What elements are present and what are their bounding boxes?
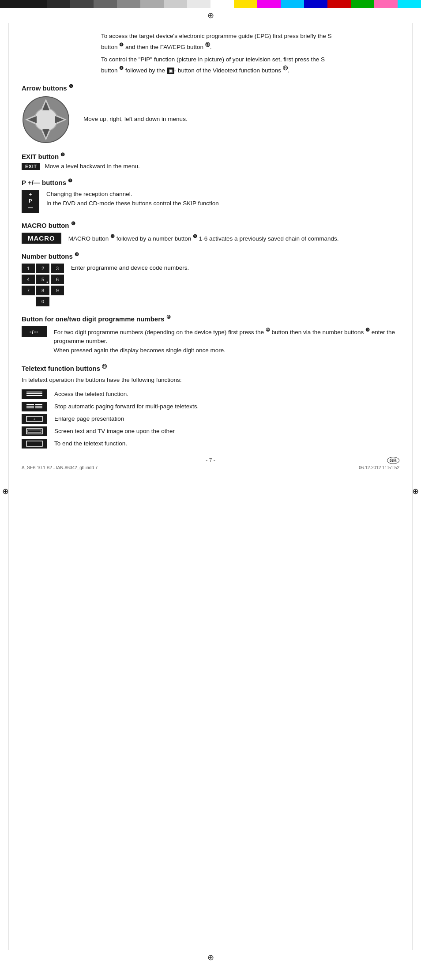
- page-footer: - 7 - GB: [22, 457, 399, 464]
- teletext-text-1: Access the teletext function.: [54, 390, 128, 399]
- teletext-section: In teletext operation the buttons have t…: [22, 376, 399, 449]
- svg-rect-10: [26, 392, 42, 392]
- file-meta: A_SFB 10.1 B2 - IAN-86342_gb.indd 7: [22, 465, 98, 470]
- page-content: ⊕ ⊕ To access the target device's electr…: [8, 23, 413, 950]
- p-btn-plus: +: [29, 191, 32, 198]
- digit-button-section: -/-- For two digit programme numbers (de…: [22, 326, 399, 355]
- left-reg-mark: ⊕: [2, 486, 9, 496]
- exit-button-heading: EXIT button ❻: [22, 152, 399, 160]
- svg-rect-11: [26, 393, 42, 394]
- right-reg-mark: ⊕: [412, 486, 419, 496]
- teletext-row-1: Access the teletext function.: [22, 389, 399, 399]
- p-buttons-description: Changing the reception channel. In the D…: [46, 190, 219, 208]
- number-grid: 1 2 3 4 5 6 7 8 9 0: [22, 264, 64, 306]
- superscript-4b: ❹: [119, 65, 124, 71]
- svg-point-1: [34, 108, 57, 131]
- num-btn-8: 8: [36, 286, 49, 295]
- num-btn-0: 0: [36, 297, 49, 306]
- exit-button-row: EXIT Move a level backward in the menu.: [22, 163, 399, 170]
- svg-rect-21: [26, 429, 42, 434]
- teletext-text-3: Enlarge page presentation: [54, 415, 124, 424]
- digit-button-image: -/--: [22, 326, 47, 337]
- num-btn-9: 9: [51, 286, 64, 295]
- macro-button-image: MACRO: [22, 233, 61, 244]
- exit-button-image: EXIT: [22, 163, 40, 170]
- teletext-btn-2: [22, 402, 47, 411]
- svg-rect-18: [35, 407, 42, 408]
- svg-rect-14: [35, 404, 42, 405]
- number-buttons-heading: Number buttons ❾: [22, 252, 399, 260]
- svg-text:+: +: [33, 417, 35, 422]
- teletext-btn-4: [22, 426, 47, 436]
- page-number: - 7 -: [206, 457, 215, 464]
- svg-rect-15: [26, 406, 34, 407]
- p-buttons-heading: P +/— buttons ❼: [22, 178, 399, 186]
- macro-button-heading: MACRO button ❽: [22, 221, 399, 229]
- registration-mark-bottom: ⊕: [0, 953, 421, 962]
- color-bar: [0, 0, 421, 8]
- teletext-btn-1: [22, 389, 47, 399]
- arrow-buttons-section: Move up, right, left and down in menus.: [22, 95, 399, 144]
- p-button-image: + P —: [22, 190, 39, 213]
- svg-rect-17: [26, 407, 34, 408]
- p-btn-minus: —: [28, 204, 33, 211]
- num-btn-3: 3: [51, 264, 64, 273]
- p-buttons-section: + P — Changing the reception channel. In…: [22, 190, 399, 213]
- superscript-11: ⑪: [283, 65, 288, 71]
- digit-button-heading: Button for one/two digit programme numbe…: [22, 314, 399, 323]
- arrow-buttons-description: Move up, right, left and down in menus.: [83, 115, 188, 124]
- superscript-19: ⑲: [205, 42, 210, 47]
- svg-rect-16: [35, 406, 42, 407]
- num-btn-1: 1: [22, 264, 35, 273]
- intro-block: To access the target device's electronic…: [101, 32, 339, 75]
- teletext-text-4: Screen text and TV image one upon the ot…: [54, 427, 175, 436]
- svg-rect-12: [26, 395, 42, 396]
- svg-rect-13: [26, 404, 34, 405]
- arrow-buttons-heading: Arrow buttons ❺: [22, 83, 399, 92]
- number-buttons-section: 1 2 3 4 5 6 7 8 9 0 Enter programme and …: [22, 264, 399, 306]
- teletext-row-5: To end the teletext function.: [22, 439, 399, 449]
- svg-rect-23: [26, 441, 42, 446]
- macro-button-description: MACRO button ❽ followed by a number butt…: [68, 233, 339, 243]
- num-btn-2: 2: [36, 264, 49, 273]
- teletext-buttons-heading: Teletext function buttons ⑪: [22, 363, 399, 372]
- num-btn-5: 5: [36, 275, 49, 284]
- teletext-intro: In teletext operation the buttons have t…: [22, 376, 399, 385]
- teletext-row-3: + Enlarge page presentation: [22, 414, 399, 424]
- teletext-row-2: Stop automatic paging forward for multi-…: [22, 402, 399, 411]
- digit-button-description: For two digit programme numbers (dependi…: [54, 326, 399, 355]
- registration-mark-top: ⊕: [0, 11, 421, 20]
- teletext-btn-3: +: [22, 414, 47, 424]
- macro-button-section: MACRO MACRO button ❽ followed by a numbe…: [22, 233, 399, 244]
- num-btn-6: 6: [51, 275, 64, 284]
- teletext-text-5: To end the teletext function.: [54, 439, 127, 449]
- exit-button-description: Move a level backward in the menu.: [45, 163, 139, 170]
- num-btn-7: 7: [22, 286, 35, 295]
- teletext-row-4: Screen text and TV image one upon the ot…: [22, 426, 399, 436]
- superscript-4: ❹: [119, 42, 124, 47]
- footer-meta: A_SFB 10.1 B2 - IAN-86342_gb.indd 7 06.1…: [22, 465, 399, 470]
- p-btn-p: P: [29, 198, 32, 204]
- svg-rect-22: [28, 430, 41, 433]
- number-buttons-description: Enter programme and device code numbers.: [71, 264, 189, 273]
- teletext-btn-5: [22, 439, 47, 449]
- num-btn-4: 4: [22, 275, 35, 284]
- pip-button-icon: ▣: [167, 68, 174, 75]
- arrow-pad-graphic: [22, 95, 70, 144]
- intro-paragraph-2: To control the "PIP" function (picture i…: [101, 55, 339, 75]
- teletext-text-2: Stop automatic paging forward for multi-…: [54, 402, 199, 411]
- date-meta: 06.12.2012 11:51:52: [359, 465, 399, 470]
- intro-paragraph-1: To access the target device's electronic…: [101, 32, 339, 52]
- gb-badge: GB: [387, 457, 400, 464]
